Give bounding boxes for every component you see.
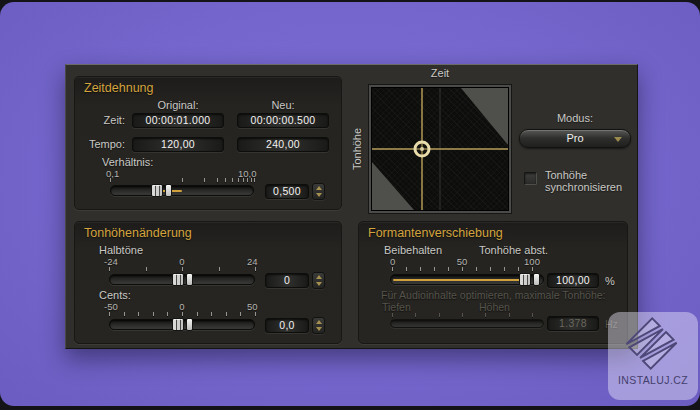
screenshot-stage: Zeitdehnung Original: Neu: Zeit: 00:00:0… [0,0,700,410]
spinner-up-icon[interactable] [316,186,322,190]
zeit-original-field[interactable]: 00:00:01.000 [132,113,224,128]
tick-mark [219,267,220,271]
verhaeltnis-value-field[interactable]: 0,500 [265,184,309,199]
tick-mark [420,267,421,271]
limit-region-top-right [461,88,508,145]
formant-slider-handle[interactable] [519,273,540,286]
halbtoene-slider-handle[interactable] [172,273,193,286]
zeit-row-label: Zeit: [75,114,125,126]
verhaeltnis-spinner[interactable] [312,183,325,200]
tick-mark [238,178,239,182]
tick-mark [182,312,183,316]
spinner-down-icon[interactable] [316,193,322,197]
graph-plot-area[interactable] [372,88,508,210]
sync-checkbox-label-line2: synchronisieren [545,181,622,193]
tick-mark [138,312,139,316]
column-header-original: Original: [158,99,199,111]
cents-scale-min: -50 [104,301,118,312]
cents-spinner[interactable] [312,317,325,334]
formant-slider[interactable] [390,274,544,285]
modus-label: Modus: [557,112,593,124]
graph-handle-dot [420,147,424,151]
tick-mark [167,312,168,316]
panel-zeitdehnung-title: Zeitdehnung [84,81,154,95]
tick-mark [110,178,111,182]
formant-tickrow [392,267,532,272]
tick-mark [509,313,510,317]
tick-mark [462,313,463,317]
halbtoene-scale-mid: 0 [179,256,184,267]
halbtoene-scale-min: -24 [104,256,118,267]
halbtoene-scale-max: 24 [247,256,258,267]
sync-checkbox-label-line1: Tonhöhe [545,169,587,181]
tick-mark [109,312,110,316]
graph-y-axis-label-wrap: Tonhöhe [349,85,365,213]
tick-mark [109,267,110,271]
panel-formant-title: Formantenverschiebung [368,226,503,240]
formant-freq-slider [390,319,544,328]
spinner-up-icon[interactable] [316,320,322,324]
tick-mark [406,267,407,271]
spinner-down-icon[interactable] [316,327,322,331]
halbtoene-label: Halbtöne [99,244,143,256]
tick-mark [462,267,463,271]
tick-mark [415,313,416,317]
chevron-down-icon [614,137,622,142]
hoehen-label: Höhen [479,301,510,313]
tick-mark [532,313,533,317]
verhaeltnis-slider[interactable] [110,185,254,196]
tick-mark [153,312,154,316]
tick-mark [490,267,491,271]
tick-mark [255,312,256,316]
panel-zeitdehnung: Zeitdehnung Original: Neu: Zeit: 00:00:0… [74,76,342,210]
tick-mark [504,267,505,271]
tick-mark [243,178,244,182]
tick-mark [254,178,255,182]
tick-mark [204,178,205,182]
tick-mark [392,313,393,317]
formant-scale-mid: 50 [457,256,468,267]
tick-mark [448,267,449,271]
formant-scale-max: 100 [524,256,540,267]
limit-region-bottom-left [372,162,414,210]
cents-slider[interactable] [109,319,255,330]
instaluj-watermark-text: INSTALUJ.CZ [618,374,688,386]
graph-x-axis-label: Zeit [431,67,449,79]
spinner-down-icon[interactable] [316,282,322,286]
cents-scale-mid: 0 [179,301,184,312]
halbtoene-spinner[interactable] [312,272,325,289]
tick-mark [182,178,183,182]
tiefen-label: Tiefen [382,301,411,313]
purple-backdrop: Zeitdehnung Original: Neu: Zeit: 00:00:0… [0,2,700,406]
verhaeltnis-label: Verhältnis: [102,156,153,168]
tick-mark [518,267,519,271]
spinner-up-icon[interactable] [316,275,322,279]
modus-dropdown[interactable]: Pro [519,129,631,148]
halbtoene-slider[interactable] [109,274,255,285]
cents-slider-handle[interactable] [172,318,193,331]
tick-mark [251,178,252,182]
sync-checkbox[interactable] [524,172,537,185]
formant-freq-tickrow [392,313,532,318]
tick-mark [485,313,486,317]
tick-mark [247,178,248,182]
formant-value-field[interactable]: 100,00 [547,273,599,288]
tick-mark [439,313,440,317]
panel-tonhoehenaenderung: Tonhöhenänderung Halbtöne -24 0 24 0 Cen… [74,221,342,344]
tick-mark [392,267,393,271]
zeit-neu-field[interactable]: 00:00:00.500 [237,113,329,128]
cents-label: Cents: [99,289,131,301]
tick-mark [225,178,226,182]
column-header-neu: Neu: [271,99,294,111]
formant-right-label: Tonhöhe abst. [479,244,548,256]
cents-value-field[interactable]: 0,0 [265,318,309,333]
formant-disabled-hint: Für Audioinhalte optimieren, maximale To… [381,289,616,301]
formant-scale-min: 0 [390,256,395,267]
tick-mark [434,267,435,271]
halbtoene-value-field[interactable]: 0 [265,273,309,288]
tempo-original-field[interactable]: 120,00 [132,137,224,152]
tempo-neu-field[interactable]: 240,00 [237,137,329,152]
pitch-time-graph[interactable] [369,85,511,213]
verhaeltnis-slider-handle[interactable] [151,184,172,197]
modus-dropdown-value: Pro [566,132,583,144]
